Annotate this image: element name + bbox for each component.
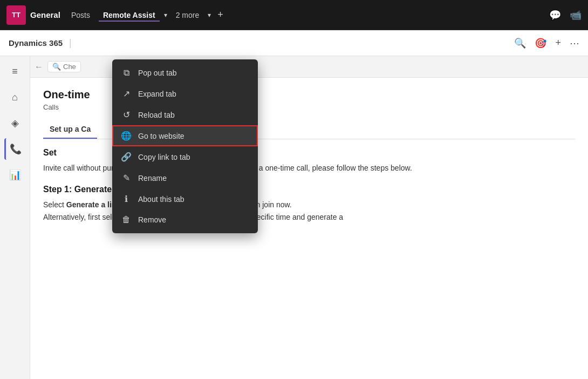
menu-item-reload-tab[interactable]: ↺ Reload tab — [112, 104, 258, 125]
more-icon[interactable]: ⋯ — [570, 37, 579, 49]
sidebar-calls-icon[interactable]: 📞 — [4, 138, 26, 160]
context-menu: ⧉ Pop out tab ↗ Expand tab ↺ Reload tab … — [112, 59, 258, 233]
menu-item-about-tab[interactable]: ℹ About this tab — [112, 188, 258, 209]
expand-tab-icon: ↗ — [121, 89, 132, 99]
second-bar: Dynamics 365 | 🔍 🎯 + ⋯ — [0, 30, 588, 56]
go-to-website-label: Go to website — [138, 132, 184, 140]
dynamics-title: Dynamics 365 — [9, 38, 63, 48]
separator: | — [69, 37, 72, 49]
sidebar-home-icon[interactable]: ⌂ — [4, 86, 26, 108]
sidebar-apps-icon[interactable]: ◈ — [4, 112, 26, 134]
copy-link-icon: 🔗 — [121, 152, 132, 162]
search-bar[interactable]: 🔍 Che — [47, 61, 81, 72]
main-layout: ≡ ⌂ ◈ 📞 📊 ← 🔍 Che One-time Calls Set up … — [0, 56, 588, 379]
go-to-website-icon: 🌐 — [121, 131, 132, 141]
add-icon[interactable]: + — [555, 37, 561, 49]
remove-label: Remove — [138, 215, 166, 224]
add-tab-button[interactable]: + — [217, 9, 223, 21]
second-bar-actions: 🔍 🎯 + ⋯ — [514, 37, 579, 49]
rename-icon: ✎ — [121, 173, 132, 183]
menu-item-rename[interactable]: ✎ Rename — [112, 167, 258, 188]
nav-posts[interactable]: Posts — [67, 9, 94, 22]
menu-item-copy-link-to-tab[interactable]: 🔗 Copy link to tab — [112, 146, 258, 167]
chat-icon[interactable]: 💬 — [549, 9, 561, 21]
top-bar-actions: 💬 📹 — [549, 9, 582, 21]
reload-tab-label: Reload tab — [138, 111, 175, 119]
menu-item-expand-tab[interactable]: ↗ Expand tab — [112, 83, 258, 104]
remove-icon: 🗑 — [121, 215, 132, 225]
back-button[interactable]: ← — [35, 62, 43, 72]
reload-tab-icon: ↺ — [121, 110, 132, 120]
copy-link-label: Copy link to tab — [138, 153, 190, 161]
about-tab-label: About this tab — [138, 195, 184, 204]
channel-name: General — [30, 10, 60, 19]
body-text-invite: Invite — [43, 164, 61, 172]
video-icon[interactable]: 📹 — [570, 9, 582, 21]
expand-tab-label: Expand tab — [138, 90, 176, 98]
remote-assist-arrow: ▾ — [164, 11, 167, 19]
pop-out-tab-label: Pop out tab — [138, 69, 177, 77]
edit-icon[interactable]: 🎯 — [535, 37, 546, 49]
sidebar-analytics-icon[interactable]: 📊 — [4, 164, 26, 186]
search-icon-small: 🔍 — [52, 63, 61, 71]
search-icon[interactable]: 🔍 — [514, 37, 526, 49]
more-arrow: ▾ — [208, 11, 211, 19]
pop-out-tab-icon: ⧉ — [121, 68, 132, 78]
avatar: TT — [6, 5, 26, 25]
tab-setup[interactable]: Set up a Ca — [43, 120, 97, 139]
menu-item-remove[interactable]: 🗑 Remove — [112, 209, 258, 230]
top-bar: TT General Posts Remote Assist ▾ 2 more … — [0, 0, 588, 30]
nav-remote-assist[interactable]: Remote Assist — [99, 9, 160, 22]
left-sidebar: ≡ ⌂ ◈ 📞 📊 — [0, 56, 30, 379]
sidebar-menu-icon[interactable]: ≡ — [4, 60, 26, 82]
rename-label: Rename — [138, 174, 167, 182]
search-text: Che — [63, 63, 76, 71]
step1-text1: Select — [43, 200, 66, 209]
menu-item-pop-out-tab[interactable]: ⧉ Pop out tab — [112, 63, 258, 83]
menu-item-go-to-website[interactable]: 🌐 Go to website — [112, 125, 258, 146]
nav-more[interactable]: 2 more — [172, 9, 204, 22]
about-tab-icon: ℹ — [121, 194, 132, 204]
